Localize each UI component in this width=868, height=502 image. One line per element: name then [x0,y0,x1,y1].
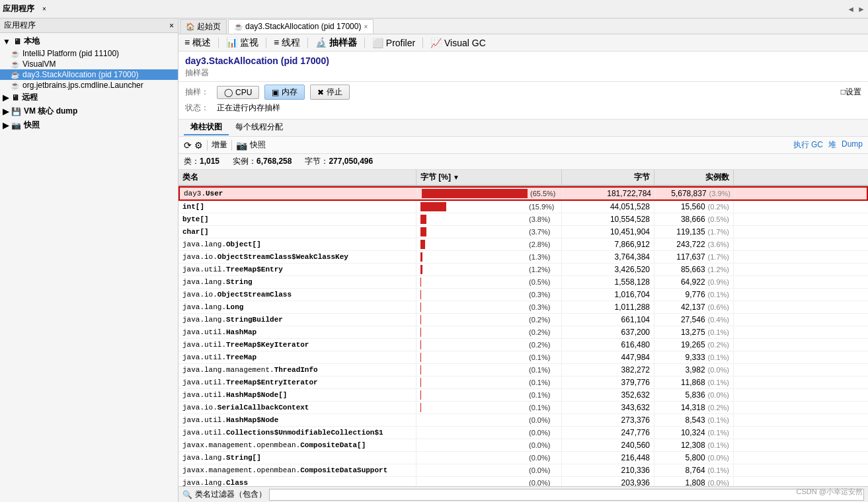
table-row[interactable]: java.util.HashMap(0.2%)637,20013,275 (0.… [178,326,868,339]
td-bytes-pct: (0.5%) [416,276,562,288]
td-name: java.util.TreeMap [178,351,416,363]
td-count: 42,137 (0.6%) [654,301,734,313]
table-row[interactable]: java.io.SerialCallbackContext(0.1%)343,6… [178,402,868,414]
td-name: java.lang.String [178,276,416,288]
section-snapshot[interactable]: ▶ 📷 快照 [0,118,178,132]
table-row[interactable]: java.io.ObjectStreamClass$WeakClassKey(1… [178,251,868,264]
table-row[interactable]: java.util.HashMap$Node(0.0%)273,3768,543… [178,414,868,427]
bar-container [420,403,526,412]
bar-container [420,303,526,312]
td-bytes: 10,554,528 [562,213,654,225]
toolbar-profiler[interactable]: ⬜ Profiler [370,37,417,49]
sidebar-item-launcher[interactable]: ☕ org.jetbrains.jps.cmdline.Launcher [0,80,178,90]
table-row[interactable]: java.util.Collections$UnmodifiableCollec… [178,427,868,439]
bar-fill [420,215,426,224]
sub-tab-per-thread[interactable]: 每个线程分配 [229,120,290,135]
section-remote[interactable]: ▶ 🖥 远程 [0,90,178,104]
td-bytes-pct: (2.8%) [416,238,562,250]
tab-bar: 🏠 起始页 ☕ day3.StackAllocation (pid 17000)… [178,18,868,34]
sub-tab-histogram[interactable]: 堆柱状图 [184,120,229,135]
table-row[interactable]: char[](3.7%)10,451,904119,135 (1.7%) [178,226,868,238]
table-row[interactable]: java.lang.StringBuilder(0.2%)661,10427,5… [178,314,868,326]
section-local[interactable]: ▼ 🖥 本地 [0,34,178,48]
table-row[interactable]: java.io.ObjectStreamClass(0.3%)1,016,704… [178,289,868,301]
tool-sep-1 [218,38,219,48]
class-name-text: javax.management.openmbean.CompositeData… [182,466,387,474]
td-bytes: 216,448 [562,452,654,464]
toolbar-monitor[interactable]: 📊 监视 [224,36,260,50]
cpu-btn[interactable]: ◯ CPU [217,86,259,99]
tool-sep-2 [266,38,266,48]
stop-btn[interactable]: ✖ 停止 [310,85,350,100]
th-bytes-pct[interactable]: 字节 [%] ▼ [416,170,562,185]
app-close-btn[interactable]: × [42,5,46,13]
delta-label[interactable]: 增量 [212,139,227,151]
tab-start[interactable]: 🏠 起始页 [180,19,227,34]
sidebar-item-intellij[interactable]: ☕ IntelliJ Platform (pid 11100) [0,48,178,59]
td-bytes: 1,011,288 [562,301,654,313]
table-row[interactable]: java.lang.String[](0.0%)216,4485,800 (0.… [178,452,868,464]
th-name[interactable]: 类名 [178,170,416,185]
table-row[interactable]: java.util.TreeMap$EntryIterator(0.1%)379… [178,377,868,389]
toolbar-threads[interactable]: ≡ 线程 [272,36,302,50]
table-row[interactable]: byte[](3.8%)10,554,52838,666 (0.5%) [178,213,868,226]
class-name-text: java.util.HashMap [182,328,256,336]
gc-link[interactable]: 执行 GC [793,139,823,151]
snapshot-label[interactable]: 快照 [250,139,266,151]
table-row[interactable]: java.lang.String(0.5%)1,558,12864,922 (0… [178,276,868,289]
stop-btn-label: 停止 [327,87,342,98]
sidebar-close-icon[interactable]: × [169,21,174,30]
toolbar-overview[interactable]: ≡ 概述 [182,36,213,50]
th-count[interactable]: 实例数 [654,170,734,185]
bar-container [420,315,526,324]
tab-main-close[interactable]: × [364,23,368,30]
dump-link[interactable]: Dump [842,139,863,151]
section-vmdump[interactable]: ▶ 💾 VM 核心 dump [0,104,178,118]
nav-forward[interactable]: ► [857,5,865,14]
camera-icon[interactable]: 📷 [236,140,247,151]
pct-text: (0.3%) [529,291,550,299]
nav-back[interactable]: ◄ [847,5,855,14]
bar-fill [420,303,421,312]
mem-btn-label: 内存 [282,87,297,98]
tool-sep-3 [307,38,308,48]
refresh-icon[interactable]: ⟳ [184,140,192,151]
td-bytes-pct: (0.1%) [416,364,562,376]
th-bytes[interactable]: 字节 [562,170,654,185]
table-row[interactable]: java.util.HashMap$Node[](0.1%)352,6325,8… [178,389,868,402]
bar-container [420,265,526,274]
td-count: 119,135 (1.7%) [654,226,734,238]
toolbar-sampler[interactable]: 🔬 抽样器 [313,36,359,50]
td-bytes: 1,016,704 [562,289,654,301]
table-row[interactable]: java.util.TreeMap$KeyIterator(0.2%)616,4… [178,339,868,351]
table-row[interactable]: java.util.TreeMap$Entry(1.2%)3,426,52085… [178,264,868,276]
class-name-text: java.util.Collections$UnmodifiableCollec… [182,429,383,437]
settings-label[interactable]: □设置 [841,87,861,98]
tab-main[interactable]: ☕ day3.StackAllocation (pid 17000) × [228,19,374,34]
table-row[interactable]: javax.management.openmbean.CompositeData… [178,464,868,477]
sidebar-item-visualvm[interactable]: ☕ VisualVM [0,59,178,69]
td-count: 85,663 (1.2%) [654,264,734,275]
bar-container [420,290,526,299]
table-row[interactable]: java.lang.Long(0.3%)1,011,28842,137 (0.6… [178,301,868,314]
heap-link[interactable]: 堆 [828,139,836,151]
table-row[interactable]: javax.management.openmbean.CompositeData… [178,439,868,452]
filter-input[interactable] [269,489,864,501]
table-row[interactable]: java.lang.management.ThreadInfo(0.1%)382… [178,364,868,377]
td-count: 14,318 (0.2%) [654,402,734,413]
table-row[interactable]: day3.User(65.5%)181,722,7845,678,837 (3.… [178,186,868,201]
sidebar-item-stackalloc[interactable]: ☕ day3.StackAllocation (pid 17000) [0,69,178,80]
table-row[interactable]: java.util.TreeMap(0.1%)447,9849,333 (0.1… [178,351,868,364]
bar-container [420,215,526,224]
bytes-count: 277,050,496 [329,157,373,166]
table-row[interactable]: int[](15.9%)44,051,52815,560 (0.2%) [178,201,868,213]
table-row[interactable]: java.lang.Class(0.0%)203,9361,808 (0.0%) [178,477,868,486]
mem-btn[interactable]: ▣ 内存 [264,85,305,100]
td-count: 38,666 (0.5%) [654,213,734,225]
settings-icon2[interactable]: ⚙ [194,140,203,151]
process-title: day3.StackAllocation (pid 17000) [185,55,329,66]
table-row[interactable]: java.lang.Object[](2.8%)7,866,912243,722… [178,238,868,251]
td-bytes: 3,426,520 [562,264,654,275]
td-bytes: 382,272 [562,364,654,376]
toolbar-visual-gc[interactable]: 📈 Visual GC [428,37,488,49]
